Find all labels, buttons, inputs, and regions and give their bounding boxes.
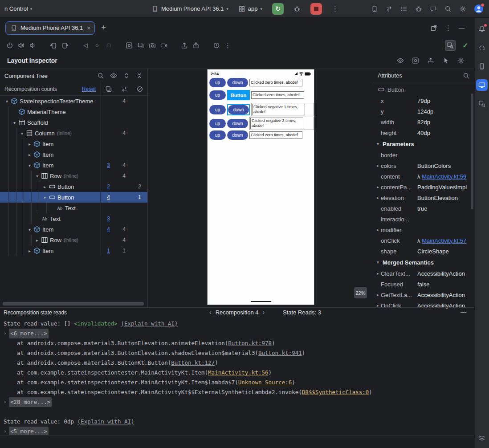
profiler-icon[interactable] [415,5,422,12]
tree-node-row[interactable]: ▸Row(inline)4 [0,235,147,245]
more-run-options-icon[interactable]: ⋮ [332,5,338,13]
home-icon[interactable]: ○ [94,42,101,49]
rotate-right-icon[interactable] [61,42,69,49]
fold-expand-icon[interactable]: › [4,329,9,338]
notifications-icon[interactable] [476,23,488,35]
tree-expander-icon[interactable]: ▾ [41,195,48,200]
view-options-icon[interactable] [110,72,117,79]
tree-node-item[interactable]: ▾Item44 [0,224,147,235]
back-icon[interactable]: ◁ [82,42,89,49]
device-mirror-icon[interactable] [371,5,378,12]
tree-node-scaffold[interactable]: ▾Scaffold [0,117,147,128]
attributes-section-merged-semantics[interactable]: ▾Merged Semantics [373,257,474,268]
install-apk-icon[interactable] [181,42,188,49]
horizontal-scrollbar[interactable] [3,302,144,305]
tree-expander-icon[interactable]: ▸ [26,152,33,157]
console-link[interactable]: (Explain with AI) [121,320,178,327]
tree-expander-icon[interactable]: ▸ [26,142,33,147]
search-everywhere-icon[interactable] [444,5,452,12]
snapshots-icon[interactable] [213,42,220,49]
clear-highlight-icon[interactable] [132,86,147,93]
tree-node-stateinspectiontestertheme[interactable]: ▾StateInspectionTesterTheme4 [0,96,147,106]
recomposition-count-link[interactable]: 4 [101,194,116,200]
tree-node-button[interactable]: ▸Button22 [0,181,147,192]
down-button[interactable]: down [227,130,248,140]
up-button[interactable]: up [209,130,226,140]
attributes-search-icon[interactable] [463,72,470,79]
console-link[interactable]: MainActivity.kt:56 [208,369,268,376]
stop-button[interactable] [310,3,322,15]
tree-node-button[interactable]: ▾Button41 [0,192,147,203]
prev-recomposition-button[interactable]: ‹ [209,309,212,316]
recomposition-count-link[interactable]: 3 [101,216,116,222]
tree-expander-icon[interactable]: ▾ [34,174,41,179]
tree-expander-icon[interactable]: ▾ [26,163,33,168]
tree-node-text[interactable]: AbText3 [0,213,147,224]
fold-summary[interactable]: <5 more...> [9,427,49,435]
device-screen[interactable]: 2:24 updownClicked zero times, abcdefupB… [207,69,314,305]
console-link[interactable]: Button.kt:127 [171,359,215,366]
sync-icon[interactable] [386,5,393,12]
down-button[interactable]: down [228,105,249,114]
collapse-all-icon[interactable] [136,72,143,79]
next-recomposition-button[interactable]: › [263,309,265,316]
tree-expander-icon[interactable]: ▾ [4,99,10,104]
skips-column-icon[interactable] [116,86,132,93]
profile-avatar[interactable] [474,4,484,14]
export-snapshot-icon[interactable] [427,57,434,64]
console-link[interactable]: Button.kt:978 [228,340,272,346]
running-devices-icon[interactable] [476,79,488,91]
counts-column-icon[interactable] [101,86,116,93]
tree-expander-icon[interactable]: ▾ [19,131,25,136]
open-in-window-icon[interactable] [430,24,437,32]
layout-toggle-icon[interactable] [476,432,488,444]
expand-icon[interactable]: ▸ [375,293,381,297]
tree-node-materialtheme[interactable]: MaterialTheme [0,106,147,117]
console-link[interactable]: Button.kt:941 [258,350,302,356]
minimize-console-icon[interactable]: — [460,309,466,315]
displays-icon[interactable] [137,42,144,49]
rerun-app-button[interactable]: ↻ [272,3,284,15]
share-icon[interactable] [192,42,200,49]
tree-node-item[interactable]: ▸Item [0,138,147,149]
console-link[interactable]: Unknown Source:6 [238,379,292,386]
console-link[interactable]: (Explain with AI) [77,418,134,425]
expand-all-icon[interactable] [123,72,130,79]
tree-expander-icon[interactable]: ▸ [41,184,48,189]
expand-icon[interactable]: ▸ [375,185,381,189]
close-tab-icon[interactable]: × [87,24,90,32]
device-selector[interactable]: Medium Phone API 36.1 ▾ [151,5,228,12]
device-tab[interactable]: Medium Phone API 36.1 × [5,21,95,35]
live-updates-icon[interactable] [397,57,404,64]
recomposition-count-link[interactable]: 3 [101,162,116,168]
fold-summary[interactable]: <28 more...> [9,397,52,407]
app-inspection-icon[interactable] [476,98,488,110]
inspector-settings-icon[interactable] [457,57,465,64]
expand-icon[interactable]: ▸ [375,163,381,168]
down-button[interactable]: down [227,78,248,87]
console-link[interactable]: D8$$SyntheticClass:0 [302,389,369,395]
volume-up-icon[interactable] [18,42,25,49]
device-manager-icon[interactable] [476,61,488,72]
snapshot-mode-icon[interactable] [412,57,419,64]
fold-expand-icon[interactable]: › [4,427,9,435]
power-icon[interactable] [6,42,13,49]
tree-expander-icon[interactable]: ▾ [26,227,33,232]
attributes-section-parameters[interactable]: ▾Parameters [373,138,474,150]
tree-expander-icon[interactable]: ▾ [11,120,18,125]
attributes-scrollbar[interactable] [471,94,473,209]
tree-node-row[interactable]: ▾Row(inline)4 [0,171,147,181]
recomposition-count-link[interactable]: 2 [101,183,116,190]
collaborate-icon[interactable] [430,5,437,12]
module-selector[interactable]: app ▾ [238,5,262,12]
tab-options-icon[interactable]: ⋮ [445,24,451,32]
up-button[interactable]: up [209,105,226,114]
recomposition-count-link[interactable]: 1 [101,248,116,254]
recomposition-count-link[interactable]: 4 [101,226,116,232]
source-link[interactable]: MainActivity.kt:59 [422,173,466,180]
fold-summary[interactable]: <6 more...> [9,329,49,338]
tree-node-text[interactable]: AbText [0,203,147,213]
settings-icon[interactable] [459,5,466,12]
screen-record-icon[interactable] [160,42,167,49]
up-button[interactable]: up [209,119,226,128]
